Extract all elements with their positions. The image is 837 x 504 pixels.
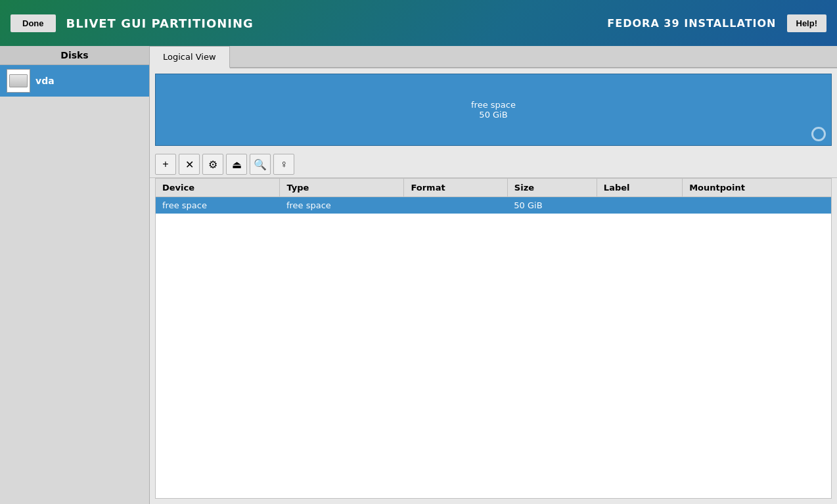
free-space-size: 50 GiB — [479, 110, 507, 120]
disk-item-vda[interactable]: vda — [0, 65, 149, 97]
header: Done BLIVET GUI PARTITIONING FEDORA 39 I… — [0, 0, 837, 46]
col-label: Label — [597, 179, 682, 197]
circle-indicator-icon — [811, 127, 826, 141]
content-area: Logical View free space 50 GiB + ✕ ⚙ ⏏ 🔍… — [150, 46, 837, 504]
tab-logical-view[interactable]: Logical View — [150, 46, 230, 68]
sidebar: Disks vda — [0, 46, 150, 504]
table-body: free space free space 50 GiB — [156, 197, 831, 214]
visual-disk-area: free space 50 GiB — [155, 74, 832, 146]
disk-icon-inner — [9, 74, 28, 87]
toolbar: + ✕ ⚙ ⏏ 🔍 ♀ — [150, 151, 837, 178]
main-layout: Disks vda Logical View free space 50 GiB… — [0, 46, 837, 504]
col-format: Format — [404, 179, 507, 197]
disk-icon — [7, 69, 30, 93]
col-device: Device — [156, 179, 280, 197]
cell-type: free space — [280, 197, 404, 214]
header-right: FEDORA 39 INSTALLATION Help! — [607, 14, 826, 32]
configure-button[interactable]: ⚙ — [202, 154, 223, 175]
free-space-label: free space — [471, 100, 516, 110]
remove-button[interactable]: ✕ — [179, 154, 200, 175]
disk-label: vda — [35, 76, 55, 86]
sidebar-header: Disks — [0, 46, 149, 65]
col-size: Size — [507, 179, 597, 197]
partition-table: Device Type Format Size Label Mountpoint… — [155, 178, 832, 499]
tab-bar: Logical View — [150, 46, 837, 68]
add-button[interactable]: + — [155, 154, 176, 175]
done-button[interactable]: Done — [11, 14, 56, 32]
cell-size: 50 GiB — [507, 197, 597, 214]
cell-label — [597, 197, 682, 214]
header-left: Done BLIVET GUI PARTITIONING — [11, 14, 254, 32]
col-mountpoint: Mountpoint — [683, 179, 831, 197]
cell-mountpoint — [683, 197, 831, 214]
help-button[interactable]: Help! — [787, 14, 827, 32]
table-row[interactable]: free space free space 50 GiB — [156, 197, 831, 214]
install-title: FEDORA 39 INSTALLATION — [607, 17, 776, 30]
cell-device: free space — [156, 197, 280, 214]
unmount-button[interactable]: ⏏ — [226, 154, 247, 175]
table-header-row: Device Type Format Size Label Mountpoint — [156, 179, 831, 197]
cell-format — [404, 197, 507, 214]
inspect-button[interactable]: 🔍 — [250, 154, 271, 175]
pin-button[interactable]: ♀ — [273, 154, 294, 175]
col-type: Type — [280, 179, 404, 197]
app-title: BLIVET GUI PARTITIONING — [66, 16, 254, 30]
